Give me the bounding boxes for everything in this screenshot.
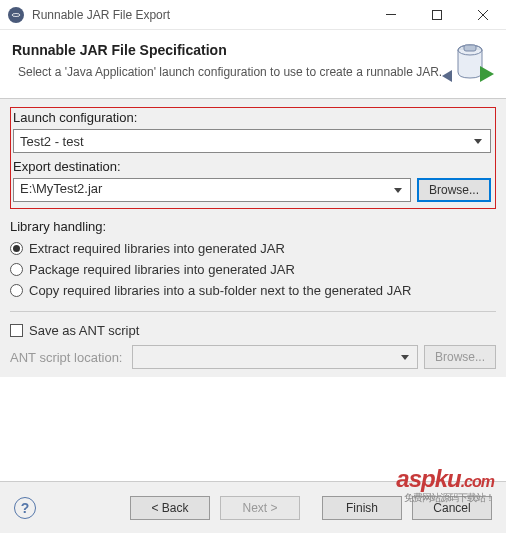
divider	[10, 311, 496, 312]
export-dest-input[interactable]: E:\MyTest2.jar	[13, 178, 411, 202]
cancel-button[interactable]: Cancel	[412, 496, 492, 520]
ant-location-input	[132, 345, 418, 369]
page-description: Select a 'Java Application' launch confi…	[12, 64, 452, 81]
window-title: Runnable JAR File Export	[32, 8, 368, 22]
highlight-annotation: Launch configuration: Test2 - test Expor…	[10, 107, 496, 209]
launch-config-value: Test2 - test	[20, 134, 84, 149]
eclipse-icon	[8, 7, 24, 23]
help-icon[interactable]: ?	[14, 497, 36, 519]
radio-copy[interactable]: Copy required libraries into a sub-folde…	[10, 280, 496, 301]
svg-rect-2	[386, 14, 396, 15]
wizard-header: Runnable JAR File Specification Select a…	[0, 30, 506, 99]
radio-extract[interactable]: Extract required libraries into generate…	[10, 238, 496, 259]
ant-location-label: ANT script location:	[10, 350, 122, 365]
back-button[interactable]: < Back	[130, 496, 210, 520]
svg-rect-3	[433, 10, 442, 19]
save-ant-checkbox[interactable]: Save as ANT script	[10, 320, 496, 341]
radio-label: Extract required libraries into generate…	[29, 241, 285, 256]
radio-icon	[10, 284, 23, 297]
wizard-footer: ? < Back Next > Finish Cancel	[0, 481, 506, 533]
next-button: Next >	[220, 496, 300, 520]
radio-label: Copy required libraries into a sub-folde…	[29, 283, 411, 298]
titlebar: Runnable JAR File Export	[0, 0, 506, 30]
svg-rect-8	[464, 45, 476, 51]
browse-ant-button: Browse...	[424, 345, 496, 369]
jar-run-icon	[452, 42, 492, 84]
minimize-button[interactable]	[368, 0, 414, 30]
export-dest-value: E:\MyTest2.jar	[20, 181, 102, 196]
maximize-button[interactable]	[414, 0, 460, 30]
checkbox-label: Save as ANT script	[29, 323, 139, 338]
finish-button[interactable]: Finish	[322, 496, 402, 520]
svg-point-0	[12, 11, 20, 19]
checkbox-icon	[10, 324, 23, 337]
launch-config-select[interactable]: Test2 - test	[13, 129, 491, 153]
wizard-content: Launch configuration: Test2 - test Expor…	[0, 99, 506, 377]
radio-label: Package required libraries into generate…	[29, 262, 295, 277]
close-button[interactable]	[460, 0, 506, 30]
export-dest-label: Export destination:	[13, 159, 491, 174]
browse-export-button[interactable]: Browse...	[417, 178, 491, 202]
radio-icon	[10, 242, 23, 255]
radio-package[interactable]: Package required libraries into generate…	[10, 259, 496, 280]
library-handling-label: Library handling:	[10, 219, 496, 234]
radio-icon	[10, 263, 23, 276]
page-title: Runnable JAR File Specification	[12, 42, 452, 58]
launch-config-label: Launch configuration:	[13, 110, 491, 125]
